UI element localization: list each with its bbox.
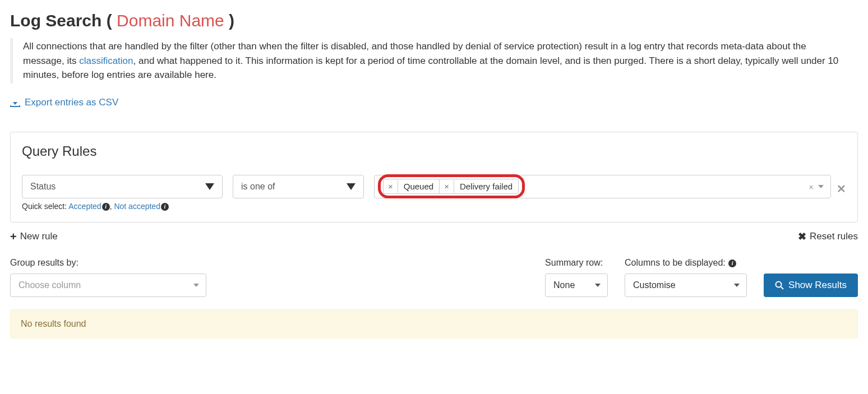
new-rule-label: New rule: [20, 231, 58, 242]
svg-point-0: [776, 281, 782, 287]
group-by-label: Group results by:: [10, 258, 206, 268]
group-by-placeholder: Choose column: [19, 280, 81, 290]
remove-tag-icon[interactable]: ×: [384, 180, 398, 193]
columns-label: Columns to be displayed: i: [625, 258, 747, 268]
download-icon: [10, 98, 20, 107]
columns-select[interactable]: Customise: [625, 274, 747, 297]
columns-label-text: Columns to be displayed:: [625, 258, 726, 267]
svg-line-1: [781, 286, 784, 289]
chevron-down-icon: [734, 284, 740, 287]
chevron-down-icon: [193, 284, 199, 287]
controls-row: Group results by: Choose column Summary …: [10, 258, 858, 297]
plus-icon: +: [10, 230, 17, 243]
page-title: Log Search ( Domain Name ): [10, 11, 858, 30]
classification-link[interactable]: classification: [79, 55, 133, 66]
clear-all-icon[interactable]: ×: [809, 182, 814, 191]
remove-rule-icon[interactable]: ✕: [837, 178, 846, 196]
chevron-down-icon: [347, 183, 355, 190]
reset-rules-button[interactable]: ✖ Reset rules: [798, 230, 858, 243]
summary-row-control: Summary row: None: [545, 258, 608, 297]
operator-select[interactable]: is one of: [233, 175, 364, 198]
intro-part2: , and what happened to it. This informat…: [23, 55, 838, 81]
intro-text: All connections that are handled by the …: [10, 38, 858, 84]
reset-rules-label: Reset rules: [810, 231, 858, 242]
group-by-select[interactable]: Choose column: [10, 274, 206, 297]
summary-row-value: None: [553, 280, 575, 290]
export-csv-label: Export entries as CSV: [25, 97, 118, 108]
no-results-text: No results found: [21, 319, 86, 328]
close-icon: ✖: [798, 230, 806, 243]
rule-row: Status Quick select: Acceptedi, Not acce…: [22, 175, 846, 211]
info-icon[interactable]: i: [728, 259, 736, 267]
field-select-value: Status: [30, 182, 56, 192]
show-results-wrap: Show Results: [764, 258, 858, 297]
no-results-alert: No results found: [10, 309, 858, 339]
quick-not-accepted-link[interactable]: Not accepted: [114, 202, 160, 211]
field-select[interactable]: Status: [22, 175, 223, 198]
columns-value: Customise: [633, 280, 676, 290]
columns-control: Columns to be displayed: i Customise: [625, 258, 747, 297]
tag-delivery-failed: × Delivery failed: [439, 179, 519, 194]
value-multiselect[interactable]: × Queued × Delivery failed ×: [374, 175, 831, 198]
quick-accepted-link[interactable]: Accepted: [68, 202, 101, 211]
show-results-button[interactable]: Show Results: [764, 274, 858, 297]
search-icon: [775, 281, 784, 290]
summary-row-label: Summary row:: [545, 258, 608, 268]
chevron-down-icon: [595, 284, 601, 287]
query-rules-heading: Query Rules: [22, 143, 846, 159]
show-results-label: Show Results: [788, 280, 847, 291]
page-title-prefix: Log Search: [10, 11, 101, 30]
operator-select-value: is one of: [241, 182, 275, 192]
domain-name: Domain Name: [117, 11, 224, 30]
query-rules-panel: Query Rules Status Quick select: Accepte…: [10, 132, 858, 223]
group-by-control: Group results by: Choose column: [10, 258, 206, 297]
tag-label: Queued: [398, 179, 439, 193]
rule-actions: + New rule ✖ Reset rules: [10, 230, 858, 243]
info-icon[interactable]: i: [161, 203, 169, 211]
quick-select-prefix: Quick select:: [22, 202, 68, 211]
tag-queued: × Queued: [383, 179, 440, 194]
highlighted-tags: × Queued × Delivery failed: [378, 174, 525, 198]
tag-label: Delivery failed: [454, 179, 518, 193]
new-rule-button[interactable]: + New rule: [10, 230, 58, 243]
remove-tag-icon[interactable]: ×: [440, 180, 454, 193]
export-csv-link[interactable]: Export entries as CSV: [10, 97, 118, 108]
chevron-down-icon: [205, 183, 214, 190]
info-icon[interactable]: i: [102, 203, 110, 211]
quick-select: Quick select: Acceptedi, Not acceptedi: [22, 202, 223, 211]
summary-row-select[interactable]: None: [545, 274, 608, 297]
chevron-down-icon: [818, 185, 824, 188]
